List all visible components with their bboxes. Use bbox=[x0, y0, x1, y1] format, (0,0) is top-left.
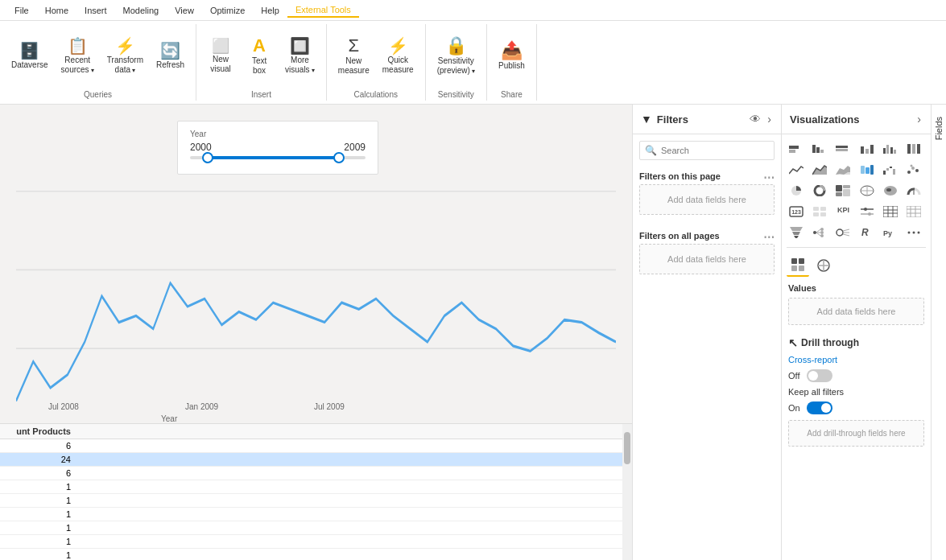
filter-allpages-drop-zone[interactable]: Add data fields here bbox=[639, 244, 775, 274]
new-measure-button[interactable]: Σ Newmeasure bbox=[333, 34, 374, 79]
recent-sources-button[interactable]: 📋 Recentsources bbox=[56, 35, 99, 78]
tab-external-tools[interactable]: External Tools bbox=[287, 3, 359, 18]
cross-report-toggle[interactable] bbox=[807, 369, 832, 382]
viz-icon-kpi[interactable]: KPI bbox=[833, 202, 853, 221]
viz-icon-slicer[interactable] bbox=[857, 202, 877, 221]
sensitivity-button[interactable]: 🔒 Sensitivity(preview) bbox=[432, 34, 480, 79]
filter-section-page: Filters on this page ⋯ Add data fields h… bbox=[633, 167, 781, 226]
viz-icon-gauge[interactable] bbox=[904, 181, 923, 200]
svg-rect-9 bbox=[836, 146, 848, 148]
viz-panel-arrow[interactable]: › bbox=[915, 111, 923, 127]
publish-button[interactable]: 📤 Publish bbox=[494, 39, 530, 74]
svg-rect-24 bbox=[861, 166, 865, 174]
tab-home[interactable]: Home bbox=[37, 4, 76, 17]
svg-point-57 bbox=[868, 212, 871, 216]
viz-icon-stacked-area[interactable] bbox=[833, 160, 853, 179]
viz-icon-area[interactable] bbox=[810, 160, 829, 179]
svg-text:KPI: KPI bbox=[837, 206, 849, 214]
tab-view[interactable]: View bbox=[167, 4, 202, 17]
text-box-icon: A bbox=[253, 37, 266, 55]
viz-values-label: Values bbox=[782, 280, 931, 294]
viz-icon-key-influencers[interactable] bbox=[833, 223, 853, 242]
svg-rect-27 bbox=[883, 171, 886, 175]
viz-icon-matrix[interactable] bbox=[904, 202, 923, 221]
viz-tab-format[interactable] bbox=[812, 254, 835, 277]
viz-icon-map[interactable] bbox=[857, 181, 877, 200]
viz-icon-grouped-col[interactable] bbox=[881, 139, 900, 159]
viz-icon-waterfall[interactable] bbox=[881, 160, 900, 179]
filter-allpages-more-icon[interactable]: ⋯ bbox=[763, 231, 775, 244]
transform-data-button[interactable]: ⚡ Transformdata bbox=[102, 35, 148, 78]
viz-icon-pie[interactable] bbox=[787, 181, 806, 200]
svg-point-84 bbox=[907, 232, 910, 234]
viz-icon-stacked-bar[interactable] bbox=[787, 139, 806, 159]
viz-icon-100pct-bar[interactable] bbox=[833, 139, 853, 159]
drill-drop-zone[interactable]: Add drill-through fields here bbox=[788, 420, 924, 447]
svg-rect-20 bbox=[917, 144, 920, 154]
svg-text:R: R bbox=[861, 227, 869, 238]
dataverse-button[interactable]: 🗄️ Dataverse bbox=[6, 39, 53, 73]
tab-file[interactable]: File bbox=[6, 4, 37, 17]
tab-modeling[interactable]: Modeling bbox=[115, 4, 167, 17]
sensitivity-icon: 🔒 bbox=[445, 37, 467, 55]
svg-rect-26 bbox=[870, 165, 874, 175]
search-icon: 🔍 bbox=[645, 145, 657, 156]
viz-icon-100pct-col[interactable] bbox=[904, 139, 923, 159]
viz-icon-scatter[interactable] bbox=[904, 160, 923, 179]
queries-group-label: Queries bbox=[84, 89, 112, 101]
fields-tab-label[interactable]: Fields bbox=[934, 105, 944, 152]
svg-text:Py: Py bbox=[883, 229, 892, 237]
refresh-button[interactable]: 🔄 Refresh bbox=[151, 39, 189, 73]
text-box-button[interactable]: A Textbox bbox=[242, 34, 277, 79]
cross-report-label: Cross-report bbox=[788, 352, 924, 367]
calculations-group-label: Calculations bbox=[354, 89, 398, 101]
viz-icon-treemap[interactable] bbox=[833, 181, 853, 200]
table-row: 1 bbox=[0, 549, 632, 560]
keep-all-filters-toggle[interactable] bbox=[807, 401, 832, 414]
viz-icon-column[interactable] bbox=[857, 139, 877, 159]
svg-rect-6 bbox=[812, 145, 816, 153]
filter-icon: ▼ bbox=[641, 113, 652, 126]
filters-header-icons: 👁 › bbox=[748, 111, 773, 127]
viz-icon-grouped-bar[interactable] bbox=[810, 139, 829, 159]
viz-icon-donut[interactable] bbox=[810, 181, 829, 200]
viz-icon-python[interactable]: Py bbox=[881, 223, 900, 242]
viz-icon-card[interactable]: 123 bbox=[787, 202, 806, 221]
viz-icon-r-script[interactable]: R bbox=[857, 223, 877, 242]
tab-help[interactable]: Help bbox=[253, 4, 287, 17]
insert-group-label: Insert bbox=[251, 89, 271, 101]
new-visual-button[interactable]: ⬜ Newvisual bbox=[203, 35, 238, 77]
viz-icon-filled-map[interactable] bbox=[881, 181, 900, 200]
table-row: 1 bbox=[0, 521, 632, 535]
quick-measure-button[interactable]: ⚡ Quickmeasure bbox=[378, 35, 419, 78]
viz-values-drop-zone[interactable]: Add data fields here bbox=[788, 298, 924, 325]
viz-icon-funnel[interactable] bbox=[787, 223, 806, 242]
tab-optimize[interactable]: Optimize bbox=[202, 4, 253, 17]
svg-rect-5 bbox=[789, 150, 795, 153]
filters-arrow-icon[interactable]: › bbox=[766, 111, 773, 127]
ribbon: File Home Insert Modeling View Optimize … bbox=[0, 0, 946, 105]
search-input[interactable] bbox=[639, 141, 775, 160]
viz-tab-values[interactable] bbox=[787, 254, 809, 277]
svg-rect-11 bbox=[861, 146, 864, 154]
viz-icon-more[interactable] bbox=[904, 223, 923, 242]
refresh-icon: 🔄 bbox=[160, 43, 180, 59]
svg-text:123: 123 bbox=[791, 209, 801, 215]
filter-section-all-pages: Filters on all pages ⋯ Add data fields h… bbox=[633, 226, 781, 286]
filter-page-more-icon[interactable]: ⋯ bbox=[763, 171, 775, 184]
viz-icon-multirow-card[interactable] bbox=[810, 202, 829, 221]
filters-eye-icon[interactable]: 👁 bbox=[748, 111, 762, 127]
more-visuals-button[interactable]: 🔲 Morevisuals bbox=[280, 35, 320, 78]
viz-icons-grid: 123 KPI bbox=[782, 134, 931, 244]
viz-icon-ribbon[interactable] bbox=[857, 160, 877, 179]
viz-icon-table[interactable] bbox=[881, 202, 900, 221]
viz-icon-line[interactable] bbox=[787, 160, 806, 179]
svg-rect-37 bbox=[836, 185, 842, 191]
share-group-label: Share bbox=[501, 89, 523, 101]
viz-icon-decomp-tree[interactable] bbox=[810, 223, 829, 242]
tab-insert[interactable]: Insert bbox=[76, 4, 115, 17]
svg-rect-14 bbox=[883, 148, 886, 154]
table-scrollbar[interactable] bbox=[622, 424, 632, 560]
filter-page-drop-zone[interactable]: Add data fields here bbox=[639, 184, 775, 215]
main-area: Year 2000 2009 Jul 20 bbox=[0, 105, 946, 560]
